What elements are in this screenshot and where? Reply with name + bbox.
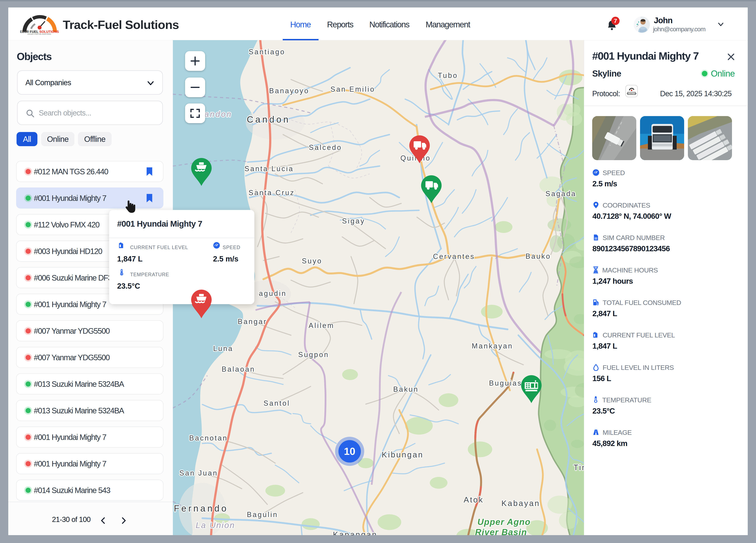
svg-text:Sugpon: Sugpon <box>298 350 329 359</box>
svg-text:Fernando: Fernando <box>174 503 228 513</box>
svg-text:Balaoan: Balaoan <box>222 365 255 373</box>
svg-text:Sigay: Sigay <box>342 217 365 225</box>
svg-text:Sagada: Sagada <box>545 190 576 198</box>
svg-text:agudin: agudin <box>259 289 287 297</box>
svg-text:Bagulin: Bagulin <box>247 511 278 519</box>
svg-text:Buguias: Buguias <box>489 379 522 387</box>
svg-text:Tubo: Tubo <box>438 71 458 80</box>
svg-text:Tin: Tin <box>573 463 584 472</box>
svg-text:Luna: Luna <box>213 344 233 352</box>
svg-text:Cervantes: Cervantes <box>433 253 475 261</box>
svg-text:La Union: La Union <box>196 521 235 530</box>
svg-text:River Basin: River Basin <box>475 527 527 535</box>
svg-text:ELEVATE YOUR FUEL MONITORING: ELEVATE YOUR FUEL MONITORING <box>28 33 51 35</box>
svg-text:TECHNOTON: TECHNOTON <box>627 93 636 94</box>
svg-text:San Juan: San Juan <box>179 469 218 477</box>
svg-text:Alilem: Alilem <box>309 321 334 329</box>
svg-text:Salcedo: Salcedo <box>309 144 342 152</box>
svg-text:10: 10 <box>344 446 355 457</box>
svg-text:Mankayan: Mankayan <box>472 342 513 350</box>
svg-text:Suyo: Suyo <box>302 257 322 265</box>
svg-text:Kabayan: Kabayan <box>501 499 540 508</box>
svg-text:Bangar: Bangar <box>238 317 267 325</box>
svg-text:Santiago: Santiago <box>249 48 285 56</box>
svg-text:Bauko: Bauko <box>525 252 551 260</box>
svg-text:EDJR FUEL SOLUTIONS: EDJR FUEL SOLUTIONS <box>20 30 59 34</box>
svg-text:Santol: Santol <box>263 399 290 407</box>
svg-text:Candon: Candon <box>247 114 290 125</box>
svg-text:Santa Lucia: Santa Lucia <box>245 165 294 173</box>
svg-text:San Emilio: San Emilio <box>330 85 375 93</box>
svg-text:Kapangan: Kapangan <box>333 530 377 535</box>
svg-text:Santa Cruz: Santa Cruz <box>248 189 295 197</box>
svg-text:Atok: Atok <box>464 495 484 504</box>
svg-text:Kibungan: Kibungan <box>382 450 423 459</box>
svg-text:Bacnotan: Bacnotan <box>189 434 228 442</box>
svg-text:Upper Agno: Upper Agno <box>477 517 531 527</box>
svg-text:Banayoyo: Banayoyo <box>269 87 309 95</box>
svg-text:andon: andon <box>204 110 232 119</box>
svg-text:Bakun: Bakun <box>393 385 419 393</box>
